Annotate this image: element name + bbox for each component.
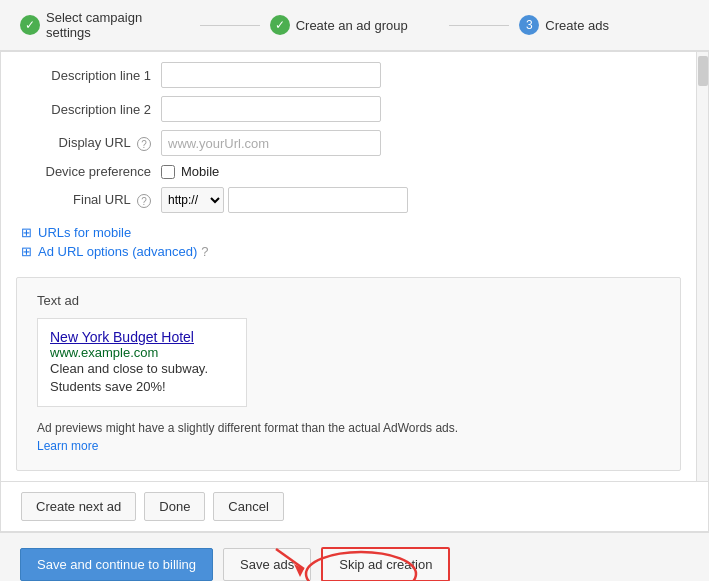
urls-mobile-label: URLs for mobile bbox=[38, 225, 131, 240]
skip-ad-creation-button[interactable]: Skip ad creation bbox=[321, 547, 450, 581]
urls-for-mobile-link[interactable]: ⊞ URLs for mobile bbox=[21, 225, 676, 240]
desc2-label: Description line 2 bbox=[1, 102, 161, 117]
final-url-help-icon[interactable]: ? bbox=[137, 194, 151, 208]
step-2: ✓ Create an ad group bbox=[270, 15, 440, 35]
display-url-row: Display URL ? bbox=[1, 130, 696, 156]
ad-url: www.example.com bbox=[50, 345, 234, 360]
desc1-label: Description line 1 bbox=[1, 68, 161, 83]
display-url-label: Display URL ? bbox=[1, 135, 161, 151]
step-2-label: Create an ad group bbox=[296, 18, 408, 33]
expand-links: ⊞ URLs for mobile ⊞ Ad URL options (adva… bbox=[1, 221, 696, 267]
ad-preview-area: Text ad New York Budget Hotel www.exampl… bbox=[16, 277, 681, 471]
final-url-input[interactable] bbox=[228, 187, 408, 213]
step-divider-2 bbox=[449, 25, 509, 26]
ad-url-plus-icon: ⊞ bbox=[21, 244, 32, 259]
save-billing-button[interactable]: Save and continue to billing bbox=[20, 548, 213, 581]
ad-url-options-link[interactable]: ⊞ Ad URL options (advanced) ? bbox=[21, 244, 676, 259]
desc1-input[interactable] bbox=[161, 62, 381, 88]
step-1-label: Select campaign settings bbox=[46, 10, 190, 40]
preview-title: Text ad bbox=[37, 293, 660, 308]
scroll-panel bbox=[696, 52, 708, 481]
final-url-label: Final URL ? bbox=[1, 192, 161, 208]
mobile-label: Mobile bbox=[181, 164, 219, 179]
step-3: 3 Create ads bbox=[519, 15, 689, 35]
stepper: ✓ Select campaign settings ✓ Create an a… bbox=[0, 0, 709, 51]
skip-wrapper: Skip ad creation bbox=[321, 547, 450, 581]
step-divider-1 bbox=[200, 25, 260, 26]
mobile-option: Mobile bbox=[161, 164, 219, 179]
step-1: ✓ Select campaign settings bbox=[20, 10, 190, 40]
protocol-select[interactable]: http:// https:// bbox=[161, 187, 224, 213]
desc2-row: Description line 2 bbox=[1, 96, 696, 122]
ad-url-label: Ad URL options (advanced) bbox=[38, 244, 197, 259]
device-pref-label: Device preference bbox=[1, 164, 161, 179]
save-ads-button[interactable]: Save ads bbox=[223, 548, 311, 581]
urls-mobile-plus-icon: ⊞ bbox=[21, 225, 32, 240]
preview-note: Ad previews might have a slightly differ… bbox=[37, 419, 660, 455]
final-url-row: Final URL ? http:// https:// bbox=[1, 187, 696, 213]
desc2-input[interactable] bbox=[161, 96, 381, 122]
scrollbar-thumb[interactable] bbox=[698, 56, 708, 86]
mobile-checkbox[interactable] bbox=[161, 165, 175, 179]
ad-desc-2: Students save 20%! bbox=[50, 378, 234, 396]
ad-preview-box: New York Budget Hotel www.example.com Cl… bbox=[37, 318, 247, 407]
step-2-check-icon: ✓ bbox=[270, 15, 290, 35]
ad-headline: New York Budget Hotel bbox=[50, 329, 234, 345]
display-url-input[interactable] bbox=[161, 130, 381, 156]
done-button[interactable]: Done bbox=[144, 492, 205, 521]
step-3-label: Create ads bbox=[545, 18, 609, 33]
action-buttons: Create next ad Done Cancel bbox=[1, 481, 708, 531]
step-1-check-icon: ✓ bbox=[20, 15, 40, 35]
ad-url-help-icon[interactable]: ? bbox=[201, 244, 208, 259]
ad-desc-1: Clean and close to subway. bbox=[50, 360, 234, 378]
device-pref-row: Device preference Mobile bbox=[1, 164, 696, 179]
create-next-ad-button[interactable]: Create next ad bbox=[21, 492, 136, 521]
final-url-inputs: http:// https:// bbox=[161, 187, 408, 213]
learn-more-link[interactable]: Learn more bbox=[37, 439, 98, 453]
desc1-row: Description line 1 bbox=[1, 62, 696, 88]
step-3-num-icon: 3 bbox=[519, 15, 539, 35]
footer: Save and continue to billing Save ads Sk… bbox=[0, 532, 709, 581]
display-url-help-icon[interactable]: ? bbox=[137, 137, 151, 151]
cancel-button[interactable]: Cancel bbox=[213, 492, 283, 521]
